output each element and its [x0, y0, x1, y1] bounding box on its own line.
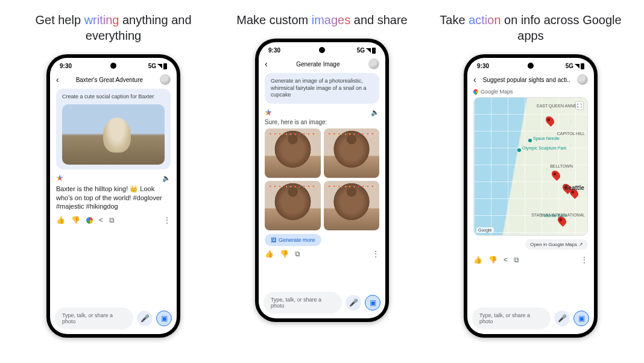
- mic-button[interactable]: 🎤: [554, 311, 570, 326]
- map-poi-dot: [517, 148, 521, 152]
- heading-images: Make custom images and share: [236, 12, 407, 28]
- generate-more-label: Generate more: [279, 237, 315, 243]
- more-icon[interactable]: ⋮: [163, 216, 171, 224]
- text-input[interactable]: Type, talk, or share a photo: [472, 308, 551, 329]
- share-icon[interactable]: <: [99, 216, 103, 224]
- copy-icon[interactable]: ⧉: [295, 250, 300, 258]
- external-link-icon: ↗: [579, 242, 583, 247]
- map-pin-icon[interactable]: [544, 115, 556, 127]
- input-bar: Type, talk, or share a photo 🎤 ▣: [264, 292, 380, 314]
- map-label-stadium: STADIUM-INTERNATIONAL: [531, 213, 585, 217]
- assistant-response: Baxter is the hilltop king! 👑 Look who's…: [56, 185, 171, 212]
- generated-image-4[interactable]: [324, 181, 380, 230]
- heading-accent: images: [312, 13, 350, 27]
- camera-button[interactable]: ▣: [156, 311, 172, 326]
- maps-label: Google Maps: [481, 89, 513, 95]
- copy-icon[interactable]: ⧉: [109, 216, 115, 224]
- back-button[interactable]: ‹: [473, 75, 476, 84]
- heading-pre: Get help: [35, 13, 84, 27]
- status-time: 9:30: [268, 47, 280, 54]
- google-icon[interactable]: [86, 217, 93, 224]
- heading-action: Take action on info across Google apps: [435, 12, 626, 43]
- thumbs-down-icon[interactable]: 👎: [488, 256, 497, 264]
- back-button[interactable]: ‹: [265, 59, 268, 69]
- status-time: 9:30: [60, 63, 72, 69]
- user-prompt: Create a cute social caption for Baxter: [56, 89, 171, 169]
- status-network: 5G: [566, 63, 573, 69]
- app-bar: ‹ Baxter's Great Adventure: [50, 72, 177, 89]
- assistant-response-intro: Sure, here is an image:: [265, 119, 379, 125]
- thumbs-up-icon[interactable]: 👍: [56, 216, 65, 224]
- map-label-sculpture: Olympic Sculpture Park: [522, 146, 566, 150]
- app-bar: ‹ Generate Image: [259, 56, 385, 73]
- mic-button[interactable]: 🎤: [346, 295, 361, 311]
- text-input[interactable]: Type, talk, or share a photo: [264, 292, 342, 314]
- thumbs-up-icon[interactable]: 👍: [473, 256, 482, 264]
- more-icon[interactable]: ⋮: [581, 256, 588, 264]
- input-bar: Type, talk, or share a photo 🎤 ▣: [55, 308, 172, 329]
- avatar[interactable]: [577, 74, 588, 85]
- signal-icon: [366, 48, 371, 52]
- mic-button[interactable]: 🎤: [137, 311, 153, 326]
- screen-3: 9:30 5G ‹ Suggest popular sights and act…: [467, 58, 594, 334]
- input-bar: Type, talk, or share a photo 🎤 ▣: [472, 308, 589, 329]
- google-watermark: Google: [476, 227, 494, 233]
- heading-pre: Make custom: [236, 13, 311, 27]
- map-label-capitolhill: CAPITOL HILL: [557, 131, 585, 136]
- signal-icon: [157, 64, 162, 68]
- prompt-text: Create a cute social caption for Baxter: [62, 93, 165, 101]
- thumbs-down-icon[interactable]: 👎: [280, 250, 289, 258]
- more-icon[interactable]: ⋮: [372, 250, 379, 258]
- generated-image-1[interactable]: [265, 128, 321, 178]
- map-embed[interactable]: ⛶ EAST QUEEN ANNE Space Needle Olympic S…: [473, 97, 588, 236]
- page-title: Suggest popular sights and acti..: [480, 77, 573, 83]
- back-button[interactable]: ‹: [56, 75, 59, 84]
- map-poi-dot: [528, 139, 532, 142]
- generate-more-button[interactable]: 🖼 Generate more: [265, 234, 321, 246]
- prompt-image-dog: [62, 104, 165, 165]
- share-icon[interactable]: <: [504, 256, 508, 264]
- action-row: 👍 👎 < ⧉ ⋮: [473, 256, 588, 264]
- open-in-maps-button[interactable]: Open in Google Maps ↗: [525, 239, 588, 250]
- camera-button[interactable]: ▣: [573, 311, 589, 326]
- thumbs-down-icon[interactable]: 👎: [71, 216, 80, 224]
- phone-frame-2: 9:30 5G ‹ Generate Image Generate an ima…: [255, 39, 389, 322]
- fullscreen-icon[interactable]: ⛶: [575, 101, 584, 110]
- status-network: 5G: [357, 47, 365, 54]
- heading-pre: Take: [440, 13, 469, 27]
- heading-post: and share: [350, 13, 408, 27]
- avatar[interactable]: [160, 74, 171, 85]
- speaker-icon[interactable]: 🔈: [162, 174, 171, 182]
- image-icon: 🖼: [271, 237, 276, 243]
- map-label-city: Seattle: [564, 185, 584, 191]
- camera-button[interactable]: ▣: [365, 295, 380, 311]
- action-row: 👍 👎 ⧉ ⋮: [265, 250, 379, 258]
- status-network: 5G: [148, 63, 156, 69]
- map-label-eastqueen: EAST QUEEN ANNE: [537, 104, 576, 108]
- generated-image-3[interactable]: [265, 181, 321, 230]
- heading-writing: Get help writing anything and everything: [18, 12, 209, 43]
- generated-image-2[interactable]: [324, 128, 380, 178]
- column-writing: Get help writing anything and everything…: [18, 12, 209, 338]
- action-row: 👍 👎 < ⧉ ⋮: [56, 216, 171, 224]
- thumbs-up-icon[interactable]: 👍: [265, 250, 274, 258]
- text-input[interactable]: Type, talk, or share a photo: [55, 308, 133, 329]
- image-grid: [265, 128, 379, 230]
- open-label: Open in Google Maps: [530, 242, 577, 247]
- user-prompt: Generate an image of a photorealistic, w…: [265, 73, 379, 104]
- maps-pin-icon: [472, 89, 479, 95]
- map-pin-icon[interactable]: [550, 169, 562, 181]
- status-bar: 9:30 5G: [467, 58, 594, 72]
- avatar[interactable]: [368, 58, 379, 69]
- copy-icon[interactable]: ⧉: [514, 256, 519, 264]
- status-bar: 9:30 5G: [50, 58, 177, 72]
- speaker-icon[interactable]: 🔈: [371, 109, 379, 116]
- status-time: 9:30: [477, 63, 489, 69]
- map-label-spaceneedle: Space Needle: [533, 136, 560, 140]
- screen-1: 9:30 5G ‹ Baxter's Great Adventure Creat…: [50, 58, 177, 334]
- map-label-belltown: BELLTOWN: [550, 164, 573, 168]
- app-bar: ‹ Suggest popular sights and acti..: [467, 72, 594, 89]
- battery-icon: [163, 63, 167, 69]
- status-bar: 9:30 5G: [259, 42, 385, 56]
- page-title: Baxter's Great Adventure: [63, 77, 156, 83]
